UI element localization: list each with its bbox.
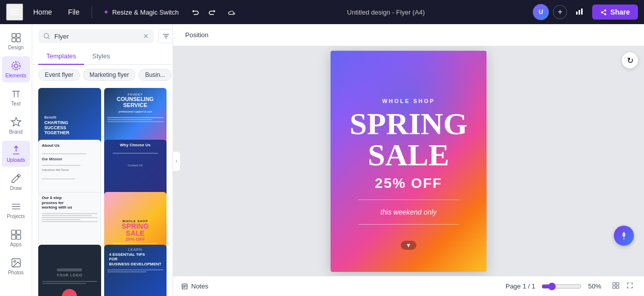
sidebar-item-text-label: Text bbox=[11, 101, 20, 107]
flyer-inner: WHOLE SHOP SPRING SALE 25% OFF this week… bbox=[331, 51, 487, 272]
sidebar-item-projects-label: Projects bbox=[7, 214, 25, 219]
file-nav-button[interactable]: File bbox=[62, 5, 86, 19]
canvas-content: ↻ ‹ WHOLE SHOP SPRING SALE 25% OFF this … bbox=[173, 46, 644, 276]
sidebar-item-uploads-label: Uploads bbox=[7, 157, 25, 163]
page-down-indicator: ▼ bbox=[401, 241, 417, 250]
template-grid: Benefit CHARTINGSUCCESSTOGETHER FAUDET C… bbox=[32, 85, 173, 296]
filter-chips: Event flyer Marketing flyer Busin... › bbox=[32, 65, 173, 85]
canva-assistant-button[interactable] bbox=[614, 226, 634, 246]
sidebar-icons: Design Elements Text Brand Uploads Draw … bbox=[0, 24, 32, 296]
view-buttons bbox=[610, 279, 636, 293]
undo-redo-group bbox=[188, 5, 220, 20]
sidebar-item-apps-label: Apps bbox=[10, 242, 22, 247]
flyer-divider-1 bbox=[358, 200, 459, 200]
svg-rect-1 bbox=[10, 12, 19, 13]
document-title: Untitled design - Flyer (A4) bbox=[347, 9, 425, 16]
notes-icon bbox=[181, 283, 188, 290]
bottom-bar: Notes Page 1 / 1 50% bbox=[173, 276, 644, 296]
resize-magic-button[interactable]: ✦ Resize & Magic Switch bbox=[98, 5, 184, 19]
search-icon bbox=[43, 33, 50, 40]
svg-rect-5 bbox=[581, 9, 583, 15]
sidebar-item-photos[interactable]: Photos bbox=[2, 253, 30, 279]
search-input-wrapper: ✕ bbox=[38, 29, 154, 43]
canvas-toolbar: Position bbox=[173, 24, 644, 46]
chip-event-flyer[interactable]: Event flyer bbox=[38, 69, 80, 81]
svg-point-10 bbox=[14, 64, 18, 67]
svg-rect-13 bbox=[16, 230, 20, 234]
fullscreen-button[interactable] bbox=[624, 279, 636, 293]
svg-rect-12 bbox=[11, 230, 15, 234]
sidebar-item-brand-label: Brand bbox=[9, 129, 23, 135]
svg-rect-7 bbox=[16, 34, 20, 37]
sidebar-item-elements-label: Elements bbox=[6, 73, 27, 78]
search-clear-button[interactable]: ✕ bbox=[143, 32, 149, 40]
sidebar-item-text[interactable]: Text bbox=[2, 84, 30, 111]
sidebar-item-design[interactable]: Design bbox=[2, 28, 30, 54]
flyer-spring-sale: SPRING SALE bbox=[350, 108, 467, 170]
svg-point-17 bbox=[14, 260, 16, 262]
stats-button[interactable] bbox=[571, 5, 588, 20]
canvas-area: Position ↻ ‹ WHOLE SHOP SPRING SALE 25% … bbox=[173, 24, 644, 296]
template-card-8[interactable]: LEARN 4 ESSENTIAL TIPSFORBUSINESS DEVELO… bbox=[104, 245, 167, 297]
svg-rect-22 bbox=[616, 282, 619, 285]
undo-button[interactable] bbox=[188, 5, 203, 20]
search-bar: ✕ bbox=[32, 24, 173, 48]
user-avatar[interactable]: U bbox=[533, 4, 549, 20]
flyer-percent-off: 25% OFF bbox=[375, 175, 442, 191]
sidebar-item-apps[interactable]: Apps bbox=[2, 225, 30, 251]
grid-view-button[interactable] bbox=[610, 279, 622, 293]
position-button[interactable]: Position bbox=[181, 29, 212, 41]
chip-marketing-flyer[interactable]: Marketing flyer bbox=[83, 69, 136, 81]
search-input[interactable] bbox=[54, 33, 139, 40]
sidebar-item-projects[interactable]: Projects bbox=[2, 197, 30, 223]
sidebar-item-uploads[interactable]: Uploads bbox=[2, 141, 30, 167]
magic-icon: ✦ bbox=[103, 8, 109, 16]
chip-business[interactable]: Busin... bbox=[138, 69, 172, 81]
sidebar-item-elements[interactable]: Elements bbox=[2, 56, 30, 82]
notes-label: Notes bbox=[191, 282, 208, 290]
svg-rect-24 bbox=[616, 286, 619, 288]
zoom-value: 50% bbox=[586, 282, 604, 290]
home-nav-button[interactable]: Home bbox=[27, 5, 58, 19]
share-button[interactable]: Share bbox=[592, 5, 638, 20]
sidebar-item-draw[interactable]: Draw bbox=[2, 169, 30, 195]
menu-button[interactable] bbox=[6, 4, 23, 21]
template-card-7[interactable]: YOUR LOGO bbox=[38, 245, 101, 297]
flyer-divider-2 bbox=[358, 224, 459, 225]
svg-rect-15 bbox=[16, 235, 20, 239]
flyer-weekend: this weekend only bbox=[380, 208, 436, 216]
redo-button[interactable] bbox=[205, 5, 220, 20]
flyer-preview[interactable]: WHOLE SHOP SPRING SALE 25% OFF this week… bbox=[331, 51, 487, 272]
tab-templates[interactable]: Templates bbox=[38, 48, 84, 65]
search-filter-button[interactable] bbox=[158, 29, 173, 43]
nav-divider bbox=[92, 6, 92, 18]
sidebar-item-design-label: Design bbox=[8, 45, 24, 50]
sidebar-item-photos-label: Photos bbox=[8, 270, 24, 275]
svg-point-19 bbox=[623, 238, 625, 240]
svg-rect-14 bbox=[11, 235, 15, 239]
svg-rect-4 bbox=[579, 10, 580, 15]
sidebar-item-draw-label: Draw bbox=[10, 185, 22, 191]
panel-tabs: Templates Styles bbox=[32, 48, 173, 65]
sidebar-item-brand[interactable]: Brand bbox=[2, 113, 30, 139]
svg-rect-8 bbox=[12, 38, 15, 42]
svg-rect-2 bbox=[10, 14, 19, 15]
svg-rect-6 bbox=[12, 34, 15, 37]
top-nav: Home File ✦ Resize & Magic Switch Untitl… bbox=[0, 0, 644, 24]
tab-styles[interactable]: Styles bbox=[84, 48, 118, 65]
panel: ✕ Templates Styles Event flyer Marketing… bbox=[32, 24, 173, 296]
hide-panel-button[interactable]: ‹ bbox=[173, 151, 181, 171]
add-collaborator-button[interactable]: + bbox=[553, 5, 567, 19]
notes-button[interactable]: Notes bbox=[181, 282, 208, 290]
cloud-save-button[interactable] bbox=[224, 5, 239, 20]
svg-rect-3 bbox=[576, 12, 578, 15]
svg-rect-9 bbox=[16, 38, 20, 42]
svg-rect-0 bbox=[10, 9, 19, 10]
zoom-slider[interactable] bbox=[541, 282, 582, 290]
zoom-controls: 50% bbox=[541, 282, 604, 290]
svg-rect-21 bbox=[613, 282, 615, 285]
nav-actions: U + Share bbox=[533, 4, 638, 20]
resize-magic-label: Resize & Magic Switch bbox=[112, 9, 179, 16]
page-indicator: Page 1 / 1 bbox=[506, 282, 535, 290]
refresh-button[interactable]: ↻ bbox=[622, 52, 638, 68]
